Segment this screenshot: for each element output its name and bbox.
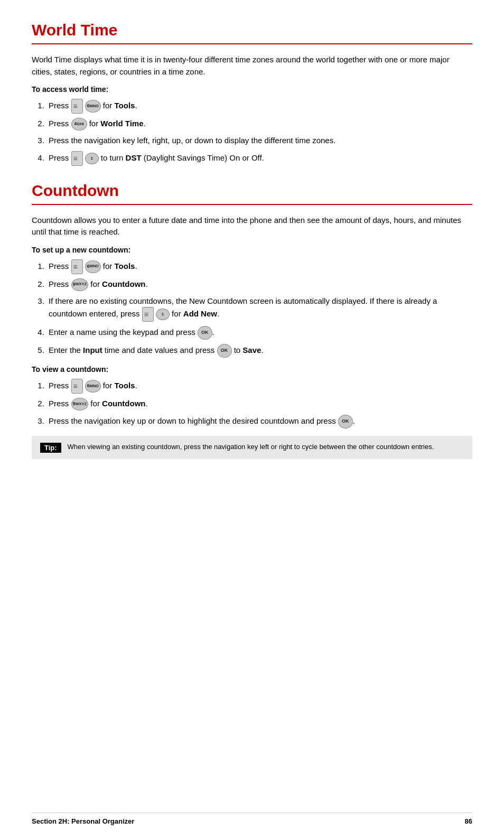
menu-key-icon-5 bbox=[71, 379, 83, 394]
footer-section: Section 2H: Personal Organizer bbox=[32, 817, 134, 825]
dst-label: DST bbox=[126, 153, 142, 162]
countdown-view-step-1: Press 6MNO for Tools. bbox=[46, 379, 472, 394]
tools-label-3: Tools bbox=[115, 381, 135, 390]
tools-label: Tools bbox=[115, 101, 135, 110]
world-time-steps: Press 6MNO for Tools. Press 4GHI for Wor… bbox=[46, 99, 472, 166]
countdown-setup-step-4: Enter a name using the keypad and press … bbox=[46, 326, 472, 340]
countdown-view-label: To view a countdown: bbox=[32, 365, 472, 374]
countdown-intro: Countdown allows you to enter a future d… bbox=[32, 214, 465, 238]
add-new-label: Add New bbox=[183, 309, 217, 318]
key-6mno-icon: 6MNO bbox=[85, 100, 101, 113]
countdown-setup-step-5: Enter the Input time and date values and… bbox=[46, 344, 472, 358]
countdown-setup-steps: Press 6MNO for Tools. Press 9WXYZ for Co… bbox=[46, 259, 472, 358]
countdown-view-step-2: Press 9WXYZ for Countdown. bbox=[46, 398, 472, 410]
input-label: Input bbox=[83, 346, 102, 354]
tip-text: When viewing an existing countdown, pres… bbox=[68, 442, 434, 453]
menu-key-icon-2 bbox=[71, 151, 83, 166]
menu-key-icon bbox=[71, 99, 83, 114]
save-label: Save bbox=[242, 346, 261, 354]
countdown-setup-step-2: Press 9WXYZ for Countdown. bbox=[46, 278, 472, 291]
countdown-view-step-3: Press the navigation key up or down to h… bbox=[46, 415, 472, 428]
tools-label-2: Tools bbox=[115, 262, 135, 270]
tip-box: Tip: When viewing an existing countdown,… bbox=[32, 436, 472, 459]
world-time-label: World Time bbox=[100, 119, 143, 128]
key-6mno-icon-3: 6MNO bbox=[85, 380, 101, 393]
countdown-setup-step-1: Press 6MNO for Tools. bbox=[46, 259, 472, 274]
key-ok-icon-3: OK bbox=[338, 415, 353, 428]
countdown-label-2: Countdown bbox=[102, 399, 145, 408]
menu-key-icon-3 bbox=[71, 259, 83, 274]
key-9wxyz-icon: 9WXYZ bbox=[71, 278, 89, 291]
world-time-rule bbox=[32, 43, 472, 44]
menu-key-icon-4 bbox=[142, 307, 154, 322]
world-time-section: World Time World Time displays what time… bbox=[32, 21, 472, 166]
countdown-rule bbox=[32, 204, 472, 205]
key-1-icon: 1 bbox=[85, 153, 99, 164]
key-1-icon-2: 1 bbox=[156, 309, 170, 320]
countdown-label: Countdown bbox=[102, 279, 145, 288]
key-6mno-icon-2: 6MNO bbox=[85, 260, 101, 273]
key-ok-icon: OK bbox=[198, 326, 212, 340]
footer-page: 86 bbox=[465, 817, 472, 825]
tip-label: Tip: bbox=[40, 443, 61, 453]
world-time-access-label: To access world time: bbox=[32, 85, 472, 94]
key-ok-icon-2: OK bbox=[217, 344, 232, 358]
world-time-step-3: Press the navigation key left, right, up… bbox=[46, 135, 472, 147]
countdown-view-steps: Press 6MNO for Tools. Press 9WXYZ for Co… bbox=[46, 379, 472, 428]
world-time-step-4: Press 1 to turn DST (Daylight Savings Ti… bbox=[46, 151, 472, 166]
key-4ghi-icon: 4GHI bbox=[71, 118, 87, 130]
world-time-step-1: Press 6MNO for Tools. bbox=[46, 99, 472, 114]
world-time-step-2: Press 4GHI for World Time. bbox=[46, 118, 472, 130]
world-time-title: World Time bbox=[32, 21, 472, 39]
key-9wxyz-icon-2: 9WXYZ bbox=[71, 398, 89, 410]
page-footer: Section 2H: Personal Organizer 86 bbox=[32, 813, 472, 825]
countdown-setup-step-3: If there are no existing countdowns, the… bbox=[46, 295, 472, 322]
countdown-section: Countdown Countdown allows you to enter … bbox=[32, 182, 472, 460]
world-time-intro: World Time displays what time it is in t… bbox=[32, 54, 465, 78]
countdown-title: Countdown bbox=[32, 182, 472, 200]
countdown-setup-label: To set up a new countdown: bbox=[32, 246, 472, 254]
